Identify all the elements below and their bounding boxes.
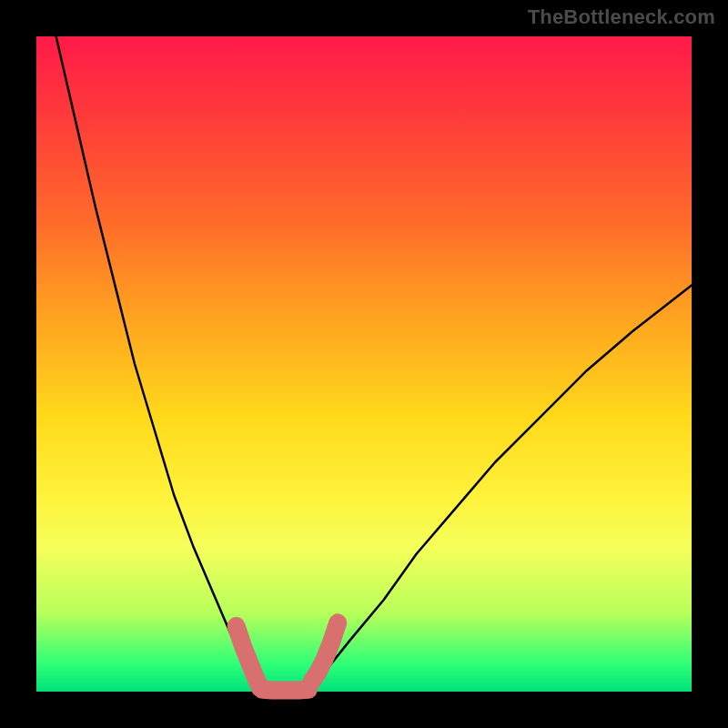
series-left-branch [56,36,266,692]
series-highlight-floor [262,690,308,691]
series-highlight-left-wall [237,626,261,688]
series-right-branch [305,286,692,692]
chart-stage: TheBottleneck.com [0,0,728,728]
series-layer [56,36,692,692]
chart-svg [36,36,692,692]
watermark-text: TheBottleneck.com [528,5,715,29]
series-highlight-right-wall [311,622,338,682]
plot-area [36,36,692,692]
